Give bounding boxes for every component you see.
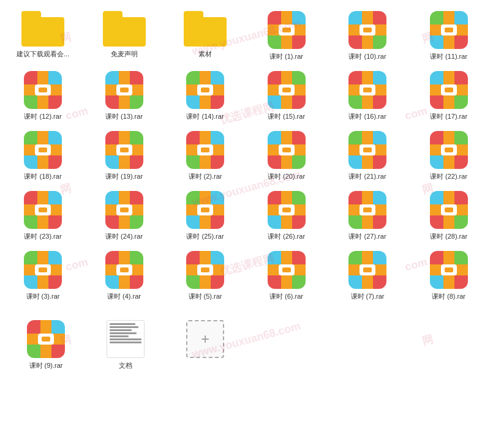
file-label: 课时 (25).rar xyxy=(186,232,224,241)
file-label: 课时 (17).rar xyxy=(430,112,467,121)
file-item[interactable]: 课时 (12).rar xyxy=(3,66,83,126)
file-label: 课时 (11).rar xyxy=(430,52,467,61)
file-item[interactable]: 课时 (1).rar xyxy=(247,6,326,66)
file-grid: 建议下载观看会... 免麦声明 素材 课时 (1).rar 课时 (10).ra… xyxy=(0,0,493,312)
file-item[interactable]: 课时 (26).rar xyxy=(247,186,326,246)
file-item[interactable]: 课时 (24).rar xyxy=(85,186,164,246)
file-item[interactable]: 课时 (3).rar xyxy=(3,246,83,306)
file-label: 课时 (27).rar xyxy=(348,232,386,241)
file-label: 课时 (18).rar xyxy=(24,172,61,181)
file-label: 课时 (20).rar xyxy=(268,172,305,181)
file-item[interactable]: 课时 (9).rar xyxy=(6,315,86,375)
file-item[interactable]: 课时 (6).rar xyxy=(247,246,326,306)
file-item[interactable]: 课时 (25).rar xyxy=(165,186,245,246)
file-item[interactable]: 课时 (5).rar xyxy=(165,246,245,306)
file-label: 课时 (14).rar xyxy=(186,112,224,121)
file-label: 课时 (4).rar xyxy=(107,292,141,301)
file-label: 课时 (13).rar xyxy=(105,112,143,121)
file-item[interactable]: 课时 (14).rar xyxy=(165,66,245,126)
file-item[interactable]: 课时 (23).rar xyxy=(3,186,83,246)
file-item[interactable]: 课时 (7).rar xyxy=(328,246,407,306)
file-explorer: 网 www.youxuan68.com 网 com 优选课程网 com 网 ww… xyxy=(0,0,493,378)
file-item[interactable]: 课时 (2).rar xyxy=(165,126,245,186)
file-item[interactable]: 课时 (4).rar xyxy=(85,246,164,306)
file-label: 课时 (26).rar xyxy=(268,232,305,241)
file-item[interactable]: + xyxy=(165,315,245,366)
file-item[interactable]: 课时 (8).rar xyxy=(409,246,489,306)
file-label: 课时 (1).rar xyxy=(269,52,303,61)
file-label: 课时 (16).rar xyxy=(348,112,386,121)
file-item[interactable]: 课时 (27).rar xyxy=(328,186,407,246)
file-item[interactable]: 建议下载观看会... xyxy=(3,6,83,66)
file-label: 素材 xyxy=(198,50,212,59)
file-item[interactable]: 课时 (15).rar xyxy=(247,66,326,126)
file-label: 课时 (23).rar xyxy=(24,232,61,241)
file-label: 课时 (6).rar xyxy=(269,292,303,301)
file-label: 课时 (10).rar xyxy=(348,52,386,61)
file-item[interactable]: 课时 (13).rar xyxy=(85,66,164,126)
bottom-row: 课时 (9).rar文档+ xyxy=(0,312,493,378)
file-label: 课时 (7).rar xyxy=(351,292,385,301)
file-label: 课时 (15).rar xyxy=(268,112,305,121)
file-label: 课时 (22).rar xyxy=(430,172,467,181)
file-label: 建议下载观看会... xyxy=(17,50,69,59)
file-label: 课时 (2).rar xyxy=(189,172,222,181)
file-label: 课时 (24).rar xyxy=(105,232,143,241)
file-label: 课时 (5).rar xyxy=(189,292,222,301)
file-item[interactable]: 课时 (28).rar xyxy=(409,186,489,246)
file-label: 课时 (9).rar xyxy=(29,361,63,370)
file-item[interactable]: 素材 xyxy=(165,6,245,66)
file-label: 课时 (28).rar xyxy=(430,232,467,241)
file-item[interactable]: 课时 (20).rar xyxy=(247,126,326,186)
file-item[interactable]: 课时 (16).rar xyxy=(328,66,407,126)
file-label: 课时 (8).rar xyxy=(432,292,465,301)
file-label: 免麦声明 xyxy=(111,50,138,59)
file-label: 课时 (12).rar xyxy=(24,112,61,121)
file-item[interactable]: 免麦声明 xyxy=(85,6,164,66)
file-label: 课时 (21).rar xyxy=(348,172,386,181)
file-item[interactable]: 课时 (19).rar xyxy=(85,126,164,186)
file-item[interactable]: 课时 (18).rar xyxy=(3,126,83,186)
file-label: 文档 xyxy=(119,361,132,370)
file-item[interactable]: 课时 (21).rar xyxy=(328,126,407,186)
file-item[interactable]: 课时 (11).rar xyxy=(409,6,489,66)
file-label: 课时 (3).rar xyxy=(26,292,60,301)
file-label: 课时 (19).rar xyxy=(105,172,143,181)
file-item[interactable]: 课时 (22).rar xyxy=(409,126,489,186)
file-item[interactable]: 课时 (17).rar xyxy=(409,66,489,126)
file-item[interactable]: 文档 xyxy=(86,315,165,375)
file-item[interactable]: 课时 (10).rar xyxy=(328,6,407,66)
